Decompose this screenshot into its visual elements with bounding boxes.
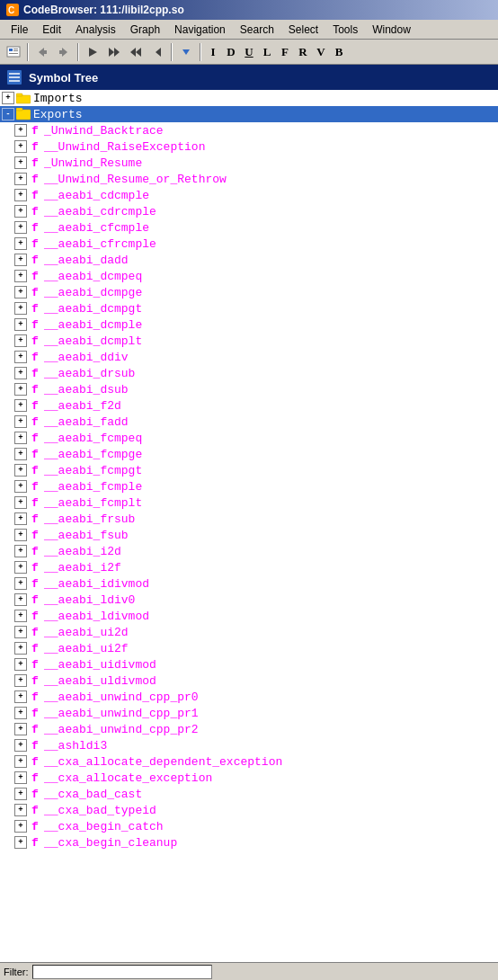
expand-cxa_begin_cleanup[interactable]: + [14, 836, 27, 849]
expand-aeabi_fadd[interactable]: + [14, 415, 27, 428]
tree-row-ashldi3[interactable]: +f__ashldi3 [0, 737, 498, 753]
tree-row-unwind_resume[interactable]: +f_Unwind_Resume [0, 155, 498, 171]
expand-aeabi_uldivmod[interactable]: + [14, 674, 27, 687]
expand-aeabi_ui2f[interactable]: + [14, 642, 27, 655]
expand-aeabi_fcmple[interactable]: + [14, 480, 27, 493]
tree-row-aeabi_ddiv[interactable]: +f__aeabi_ddiv [0, 349, 498, 365]
toolbar-home-button[interactable] [4, 42, 23, 62]
expand-cxa_begin_catch[interactable]: + [14, 820, 27, 833]
tree-row-aeabi_fcmpeq[interactable]: +f__aeabi_fcmpeq [0, 430, 498, 446]
expand-aeabi_fcmpge[interactable]: + [14, 448, 27, 460]
expand-unwind_resume[interactable]: + [14, 156, 27, 169]
expand-aeabi_cfcmple[interactable]: + [14, 221, 27, 234]
toolbar-I-button[interactable]: I [205, 42, 221, 62]
toolbar-B-button[interactable]: B [331, 42, 347, 62]
toolbar-fastforward-button[interactable] [104, 42, 124, 62]
toolbar-F-button[interactable]: F [277, 42, 293, 62]
tree-row-aeabi_ui2d[interactable]: +f__aeabi_ui2d [0, 624, 498, 640]
expand-aeabi_fcmpgt[interactable]: + [14, 464, 27, 477]
menu-analysis[interactable]: Analysis [68, 20, 123, 39]
tree-row-unwind_raiseexception[interactable]: +f__Unwind_RaiseException [0, 138, 498, 155]
tree-row-aeabi_drsub[interactable]: +f__aeabi_drsub [0, 365, 498, 381]
tree-row-aeabi_uidivmod[interactable]: +f__aeabi_uidivmod [0, 656, 498, 673]
toolbar-stop-button[interactable] [147, 42, 167, 62]
expand-cxa_allocate_dependent_exception[interactable]: + [14, 755, 27, 768]
expand-aeabi_ldiv0[interactable]: + [14, 593, 27, 606]
menu-select[interactable]: Select [281, 20, 325, 39]
expand-aeabi_dcmpgt[interactable]: + [14, 302, 27, 315]
expand-aeabi_i2f[interactable]: + [14, 561, 27, 574]
menu-graph[interactable]: Graph [123, 20, 167, 39]
tree-row-aeabi_dcmpgt[interactable]: +f__aeabi_dcmpgt [0, 300, 498, 316]
tree-row-unwind_resume_or_rethrow[interactable]: +f__Unwind_Resume_or_Rethrow [0, 171, 498, 187]
expand-unwind_resume_or_rethrow[interactable]: + [14, 173, 27, 185]
tree-row-aeabi_uldivmod[interactable]: +f__aeabi_uldivmod [0, 673, 498, 689]
tree-row-aeabi_ldiv0[interactable]: +f__aeabi_ldiv0 [0, 592, 498, 608]
expand-aeabi_dcmple[interactable]: + [14, 318, 27, 331]
menu-search[interactable]: Search [233, 20, 281, 39]
tree-row-cxa_allocate_exception[interactable]: +f__cxa_allocate_exception [0, 770, 498, 786]
tree-row-aeabi_dcmple[interactable]: +f__aeabi_dcmple [0, 316, 498, 333]
tree-row-aeabi_fcmplt[interactable]: +f__aeabi_fcmplt [0, 494, 498, 511]
expand-aeabi_idivmod[interactable]: + [14, 577, 27, 590]
tree-content[interactable]: + Imports - Exports +f_Unwind_Backtrace+… [0, 90, 498, 962]
expand-unwind_backtrace[interactable]: + [14, 124, 27, 137]
expand-aeabi_dcmpge[interactable]: + [14, 286, 27, 298]
expand-aeabi_dadd[interactable]: + [14, 254, 27, 266]
tree-row-cxa_begin_cleanup[interactable]: +f__cxa_begin_cleanup [0, 834, 498, 851]
tree-row-aeabi_f2d[interactable]: +f__aeabi_f2d [0, 397, 498, 414]
tree-row-aeabi_fsub[interactable]: +f__aeabi_fsub [0, 527, 498, 543]
tree-row-aeabi_unwind_cpp_pr0[interactable]: +f__aeabi_unwind_cpp_pr0 [0, 689, 498, 705]
expand-aeabi_cdrcmple[interactable]: + [14, 205, 27, 218]
expand-aeabi_i2d[interactable]: + [14, 545, 27, 557]
expand-aeabi_ldivmod[interactable]: + [14, 610, 27, 622]
toolbar-L-button[interactable]: L [259, 42, 275, 62]
menu-edit[interactable]: Edit [35, 20, 68, 39]
menu-file[interactable]: File [4, 20, 35, 39]
expand-aeabi_fcmplt[interactable]: + [14, 496, 27, 509]
tree-row-aeabi_dcmplt[interactable]: +f__aeabi_dcmplt [0, 333, 498, 349]
expand-aeabi_f2d[interactable]: + [14, 399, 27, 412]
tree-row-aeabi_i2f[interactable]: +f__aeabi_i2f [0, 559, 498, 575]
expand-aeabi_cfrcmple[interactable]: + [14, 237, 27, 250]
tree-row-aeabi_cfrcmple[interactable]: +f__aeabi_cfrcmple [0, 236, 498, 252]
tree-row-cxa_bad_typeid[interactable]: +f__cxa_bad_typeid [0, 802, 498, 818]
tree-row-aeabi_cdcmple[interactable]: +f__aeabi_cdcmple [0, 187, 498, 203]
expand-aeabi_unwind_cpp_pr1[interactable]: + [14, 707, 27, 719]
tree-row-aeabi_unwind_cpp_pr1[interactable]: +f__aeabi_unwind_cpp_pr1 [0, 705, 498, 721]
tree-row-aeabi_ui2f[interactable]: +f__aeabi_ui2f [0, 640, 498, 656]
tree-row-aeabi_i2d[interactable]: +f__aeabi_i2d [0, 543, 498, 559]
tree-row-aeabi_fcmpge[interactable]: +f__aeabi_fcmpge [0, 446, 498, 462]
tree-row-aeabi_unwind_cpp_pr2[interactable]: +f__aeabi_unwind_cpp_pr2 [0, 721, 498, 737]
expand-aeabi_dsub[interactable]: + [14, 383, 27, 396]
tree-row-aeabi_frsub[interactable]: +f__aeabi_frsub [0, 511, 498, 527]
tree-row-cxa_allocate_dependent_exception[interactable]: +f__cxa_allocate_dependent_exception [0, 753, 498, 770]
tree-row-aeabi_fcmpgt[interactable]: +f__aeabi_fcmpgt [0, 462, 498, 478]
tree-row-aeabi_cfcmple[interactable]: +f__aeabi_cfcmple [0, 219, 498, 236]
toolbar-rewind-button[interactable] [126, 42, 146, 62]
tree-row-aeabi_dcmpge[interactable]: +f__aeabi_dcmpge [0, 284, 498, 300]
tree-row-aeabi_ldivmod[interactable]: +f__aeabi_ldivmod [0, 608, 498, 624]
menu-tools[interactable]: Tools [325, 20, 365, 39]
expand-imports[interactable]: + [2, 92, 14, 104]
expand-aeabi_dcmpeq[interactable]: + [14, 270, 27, 282]
toolbar-forward-button[interactable] [54, 42, 74, 62]
tree-row-cxa_bad_cast[interactable]: +f__cxa_bad_cast [0, 786, 498, 802]
expand-aeabi_fsub[interactable]: + [14, 529, 27, 541]
toolbar-D-button[interactable]: D [223, 42, 239, 62]
expand-aeabi_unwind_cpp_pr0[interactable]: + [14, 690, 27, 703]
expand-exports[interactable]: - [2, 108, 14, 120]
expand-cxa_bad_typeid[interactable]: + [14, 804, 27, 816]
menu-window[interactable]: Window [365, 20, 418, 39]
expand-cxa_bad_cast[interactable]: + [14, 788, 27, 800]
toolbar-back-button[interactable] [32, 42, 52, 62]
tree-row-imports[interactable]: + Imports [0, 90, 498, 106]
menu-navigation[interactable]: Navigation [167, 20, 233, 39]
tree-row-aeabi_fadd[interactable]: +f__aeabi_fadd [0, 414, 498, 430]
expand-aeabi_fcmpeq[interactable]: + [14, 432, 27, 444]
tree-row-aeabi_dsub[interactable]: +f__aeabi_dsub [0, 381, 498, 397]
expand-aeabi_ddiv[interactable]: + [14, 351, 27, 363]
tree-row-aeabi_dadd[interactable]: +f__aeabi_dadd [0, 252, 498, 268]
toolbar-play-button[interactable] [83, 42, 102, 62]
tree-row-aeabi_fcmple[interactable]: +f__aeabi_fcmple [0, 478, 498, 494]
